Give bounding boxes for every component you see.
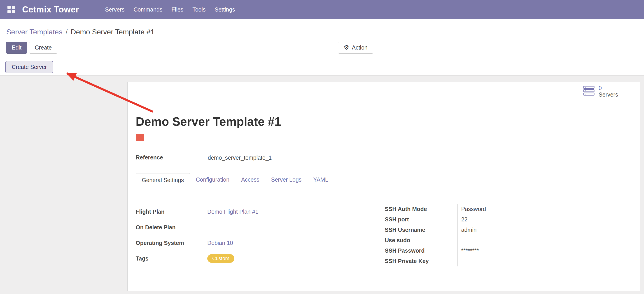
field-label: On Delete Plan [136,220,207,235]
use-sudo-value [458,235,610,246]
field-row: Tags Custom [136,251,385,266]
nav-item-tools[interactable]: Tools [188,0,210,19]
control-panel: Edit Create ⚙ Action [0,38,644,54]
app-brand[interactable]: Cetmix Tower [22,5,79,15]
servers-count-label: Servers [598,91,618,98]
breadcrumb-separator: / [66,28,68,36]
field-label: Flight Plan [136,204,207,220]
breadcrumb: Server Templates / Demo Server Template … [0,19,644,38]
field-label: Tags [136,251,207,266]
field-label: SSH Username [385,225,458,235]
ssh-private-key-value [458,256,610,266]
button-box: 0 Servers [128,82,640,101]
field-label: SSH Auth Mode [385,204,458,214]
edit-button[interactable]: Edit [6,42,27,54]
field-group-right: SSH Auth Mode Password SSH port 22 SSH U… [385,204,610,266]
field-groups: Flight Plan Demo Flight Plan #1 On Delet… [136,204,632,266]
tab-configuration[interactable]: Configuration [190,173,235,186]
field-row: Flight Plan Demo Flight Plan #1 [136,204,385,220]
field-label: Use sudo [385,235,458,246]
field-label: SSH port [385,214,458,225]
reference-field: Reference demo_server_template_1 [136,153,632,163]
notebook-tabs: General Settings Configuration Access Se… [136,173,632,186]
operating-system-link[interactable]: Debian 10 [207,240,233,246]
record-title: Demo Server Template #1 [136,115,632,128]
status-bar: Create Server [0,54,644,76]
create-button[interactable]: Create [29,42,57,54]
ssh-auth-mode-value: Password [458,204,610,214]
tab-access[interactable]: Access [235,173,265,186]
gear-icon: ⚙ [344,45,349,51]
create-server-button[interactable]: Create Server [6,61,53,73]
field-group-left: Flight Plan Demo Flight Plan #1 On Delet… [136,204,385,266]
servers-count: 0 [598,85,618,91]
tab-yaml[interactable]: YAML [307,173,334,186]
field-label: SSH Password [385,246,458,256]
reference-value: demo_server_template_1 [204,153,272,163]
field-row: Operating System Debian 10 [136,235,385,251]
field-row: Use sudo [385,235,610,246]
nav-item-settings[interactable]: Settings [210,0,240,19]
breadcrumb-parent-link[interactable]: Server Templates [6,28,62,36]
tab-general-settings[interactable]: General Settings [136,173,190,186]
field-row: On Delete Plan [136,220,385,235]
apps-grid-icon[interactable] [6,5,16,15]
ssh-username-value: admin [458,225,610,235]
tag-badge: Custom [207,254,234,263]
field-row: SSH Username admin [385,225,610,235]
main-menu: Servers Commands Files Tools Settings [100,0,239,19]
nav-item-commands[interactable]: Commands [129,0,167,19]
action-button[interactable]: ⚙ Action [338,42,373,54]
field-row: SSH port 22 [385,214,610,225]
field-row: SSH Password ******** [385,246,610,256]
nav-item-files[interactable]: Files [167,0,188,19]
tab-server-logs[interactable]: Server Logs [265,173,308,186]
nav-item-servers[interactable]: Servers [100,0,129,19]
servers-icon [583,86,594,97]
top-navbar: Cetmix Tower Servers Commands Files Tool… [0,0,644,19]
flight-plan-link[interactable]: Demo Flight Plan #1 [207,209,258,215]
field-label: SSH Private Key [385,256,458,266]
ssh-port-value: 22 [458,214,610,225]
reference-label: Reference [136,154,204,161]
servers-stat-button[interactable]: 0 Servers [578,82,640,101]
field-row: SSH Private Key [385,256,610,266]
field-label: Operating System [136,235,207,251]
record-color-swatch [136,134,144,141]
ssh-password-value: ******** [458,246,610,256]
field-row: SSH Auth Mode Password [385,204,610,214]
content-area: 0 Servers Demo Server Template #1 Refere… [0,76,644,294]
form-sheet: 0 Servers Demo Server Template #1 Refere… [127,82,640,291]
breadcrumb-current: Demo Server Template #1 [71,28,154,36]
action-button-label: Action [352,44,368,51]
